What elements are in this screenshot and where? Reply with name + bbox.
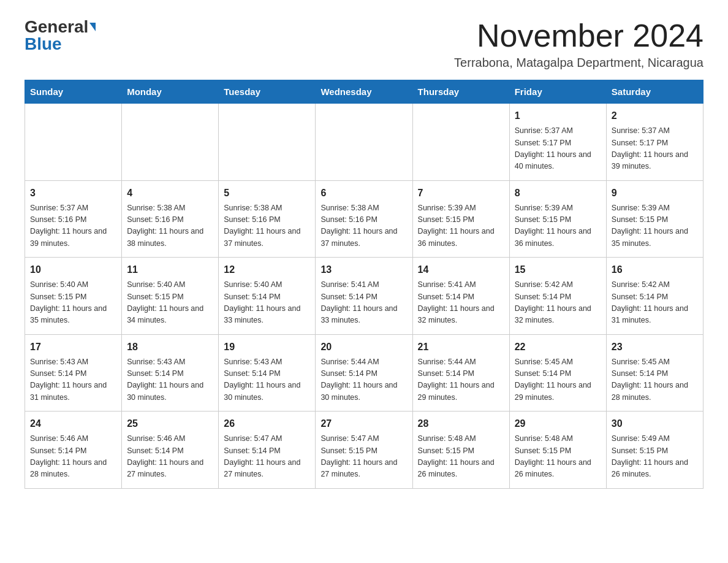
- day-info: Sunrise: 5:38 AMSunset: 5:16 PMDaylight:…: [320, 202, 407, 250]
- day-number: 1: [515, 109, 601, 123]
- day-info: Sunrise: 5:44 AMSunset: 5:14 PMDaylight:…: [418, 356, 504, 404]
- day-info: Sunrise: 5:44 AMSunset: 5:14 PMDaylight:…: [320, 356, 407, 404]
- day-number: 19: [224, 340, 310, 354]
- day-number: 7: [418, 186, 504, 201]
- day-number: 29: [515, 416, 601, 431]
- day-info: Sunrise: 5:47 AMSunset: 5:14 PMDaylight:…: [224, 433, 310, 481]
- day-number: 2: [612, 109, 698, 123]
- day-info: Sunrise: 5:43 AMSunset: 5:14 PMDaylight:…: [30, 356, 116, 404]
- calendar-cell: 17Sunrise: 5:43 AMSunset: 5:14 PMDayligh…: [25, 334, 122, 412]
- day-info: Sunrise: 5:37 AMSunset: 5:17 PMDaylight:…: [612, 125, 698, 173]
- day-info: Sunrise: 5:46 AMSunset: 5:14 PMDaylight:…: [30, 433, 116, 481]
- logo-general: General: [25, 18, 88, 36]
- day-info: Sunrise: 5:41 AMSunset: 5:14 PMDaylight:…: [418, 279, 504, 327]
- calendar-cell: [25, 104, 122, 181]
- day-info: Sunrise: 5:48 AMSunset: 5:15 PMDaylight:…: [418, 433, 504, 481]
- day-info: Sunrise: 5:40 AMSunset: 5:15 PMDaylight:…: [30, 279, 116, 327]
- calendar-cell: 15Sunrise: 5:42 AMSunset: 5:14 PMDayligh…: [509, 258, 606, 335]
- calendar-cell: 18Sunrise: 5:43 AMSunset: 5:14 PMDayligh…: [122, 334, 219, 412]
- location-subtitle: Terrabona, Matagalpa Department, Nicarag…: [454, 56, 703, 70]
- calendar-cell: 7Sunrise: 5:39 AMSunset: 5:15 PMDaylight…: [412, 180, 509, 258]
- day-number: 3: [30, 186, 116, 201]
- day-number: 9: [612, 186, 698, 201]
- day-info: Sunrise: 5:47 AMSunset: 5:15 PMDaylight:…: [320, 433, 407, 481]
- calendar-cell: 10Sunrise: 5:40 AMSunset: 5:15 PMDayligh…: [25, 258, 122, 335]
- calendar-cell: [219, 104, 316, 181]
- day-info: Sunrise: 5:48 AMSunset: 5:15 PMDaylight:…: [515, 433, 601, 481]
- month-year-title: November 2024: [454, 18, 703, 53]
- calendar-cell: 27Sunrise: 5:47 AMSunset: 5:15 PMDayligh…: [316, 412, 412, 489]
- day-number: 8: [515, 186, 601, 201]
- calendar-cell: 20Sunrise: 5:44 AMSunset: 5:14 PMDayligh…: [316, 334, 412, 412]
- day-number: 24: [30, 416, 116, 431]
- calendar-cell: 28Sunrise: 5:48 AMSunset: 5:15 PMDayligh…: [412, 412, 509, 489]
- day-number: 30: [612, 416, 698, 431]
- calendar-cell: [316, 104, 412, 181]
- page-header: General Blue November 2024 Terrabona, Ma…: [25, 18, 703, 70]
- calendar-cell: 22Sunrise: 5:45 AMSunset: 5:14 PMDayligh…: [509, 334, 606, 412]
- day-number: 4: [127, 186, 213, 201]
- day-number: 28: [418, 416, 504, 431]
- day-info: Sunrise: 5:49 AMSunset: 5:15 PMDaylight:…: [612, 433, 698, 481]
- calendar-cell: 23Sunrise: 5:45 AMSunset: 5:14 PMDayligh…: [606, 334, 703, 412]
- weekday-header-sunday: Sunday: [25, 80, 122, 104]
- day-number: 22: [515, 340, 601, 354]
- day-info: Sunrise: 5:42 AMSunset: 5:14 PMDaylight:…: [612, 279, 698, 327]
- weekday-header-friday: Friday: [509, 80, 606, 104]
- calendar-cell: 6Sunrise: 5:38 AMSunset: 5:16 PMDaylight…: [316, 180, 412, 258]
- day-number: 11: [127, 262, 213, 277]
- calendar-cell: 16Sunrise: 5:42 AMSunset: 5:14 PMDayligh…: [606, 258, 703, 335]
- calendar-cell: 24Sunrise: 5:46 AMSunset: 5:14 PMDayligh…: [25, 412, 122, 489]
- calendar-cell: 3Sunrise: 5:37 AMSunset: 5:16 PMDaylight…: [25, 180, 122, 258]
- day-number: 26: [224, 416, 310, 431]
- calendar-cell: 4Sunrise: 5:38 AMSunset: 5:16 PMDaylight…: [122, 180, 219, 258]
- day-info: Sunrise: 5:42 AMSunset: 5:14 PMDaylight:…: [515, 279, 601, 327]
- weekday-header-thursday: Thursday: [412, 80, 509, 104]
- day-info: Sunrise: 5:39 AMSunset: 5:15 PMDaylight:…: [612, 202, 698, 250]
- title-block: November 2024 Terrabona, Matagalpa Depar…: [454, 18, 703, 70]
- calendar-cell: 29Sunrise: 5:48 AMSunset: 5:15 PMDayligh…: [509, 412, 606, 489]
- calendar-week-row: 1Sunrise: 5:37 AMSunset: 5:17 PMDaylight…: [25, 104, 703, 181]
- weekday-header-tuesday: Tuesday: [219, 80, 316, 104]
- day-info: Sunrise: 5:39 AMSunset: 5:15 PMDaylight:…: [418, 202, 504, 250]
- weekday-header-wednesday: Wednesday: [316, 80, 412, 104]
- logo: General Blue: [25, 18, 96, 53]
- calendar-cell: 25Sunrise: 5:46 AMSunset: 5:14 PMDayligh…: [122, 412, 219, 489]
- day-number: 20: [320, 340, 407, 354]
- day-number: 13: [320, 262, 407, 277]
- day-info: Sunrise: 5:43 AMSunset: 5:14 PMDaylight:…: [224, 356, 310, 404]
- day-info: Sunrise: 5:43 AMSunset: 5:14 PMDaylight:…: [127, 356, 213, 404]
- weekday-header-monday: Monday: [122, 80, 219, 104]
- day-info: Sunrise: 5:37 AMSunset: 5:17 PMDaylight:…: [515, 125, 601, 173]
- day-number: 12: [224, 262, 310, 277]
- logo-blue: Blue: [25, 34, 62, 53]
- calendar-week-row: 24Sunrise: 5:46 AMSunset: 5:14 PMDayligh…: [25, 412, 703, 489]
- calendar-cell: 8Sunrise: 5:39 AMSunset: 5:15 PMDaylight…: [509, 180, 606, 258]
- day-number: 21: [418, 340, 504, 354]
- day-number: 15: [515, 262, 601, 277]
- day-info: Sunrise: 5:39 AMSunset: 5:15 PMDaylight:…: [515, 202, 601, 250]
- day-number: 14: [418, 262, 504, 277]
- day-info: Sunrise: 5:45 AMSunset: 5:14 PMDaylight:…: [515, 356, 601, 404]
- day-info: Sunrise: 5:45 AMSunset: 5:14 PMDaylight:…: [612, 356, 698, 404]
- day-info: Sunrise: 5:40 AMSunset: 5:15 PMDaylight:…: [127, 279, 213, 327]
- calendar-table: SundayMondayTuesdayWednesdayThursdayFrid…: [25, 80, 703, 489]
- day-number: 6: [320, 186, 407, 201]
- day-info: Sunrise: 5:37 AMSunset: 5:16 PMDaylight:…: [30, 202, 116, 250]
- day-number: 23: [612, 340, 698, 354]
- day-number: 5: [224, 186, 310, 201]
- day-number: 10: [30, 262, 116, 277]
- weekday-header-saturday: Saturday: [606, 80, 703, 104]
- day-number: 17: [30, 340, 116, 354]
- day-number: 25: [127, 416, 213, 431]
- calendar-cell: 26Sunrise: 5:47 AMSunset: 5:14 PMDayligh…: [219, 412, 316, 489]
- day-info: Sunrise: 5:46 AMSunset: 5:14 PMDaylight:…: [127, 433, 213, 481]
- calendar-cell: 5Sunrise: 5:38 AMSunset: 5:16 PMDaylight…: [219, 180, 316, 258]
- calendar-cell: 9Sunrise: 5:39 AMSunset: 5:15 PMDaylight…: [606, 180, 703, 258]
- calendar-cell: 14Sunrise: 5:41 AMSunset: 5:14 PMDayligh…: [412, 258, 509, 335]
- day-number: 18: [127, 340, 213, 354]
- day-info: Sunrise: 5:38 AMSunset: 5:16 PMDaylight:…: [224, 202, 310, 250]
- calendar-cell: 2Sunrise: 5:37 AMSunset: 5:17 PMDaylight…: [606, 104, 703, 181]
- calendar-cell: 30Sunrise: 5:49 AMSunset: 5:15 PMDayligh…: [606, 412, 703, 489]
- logo-triangle-icon: [89, 23, 96, 31]
